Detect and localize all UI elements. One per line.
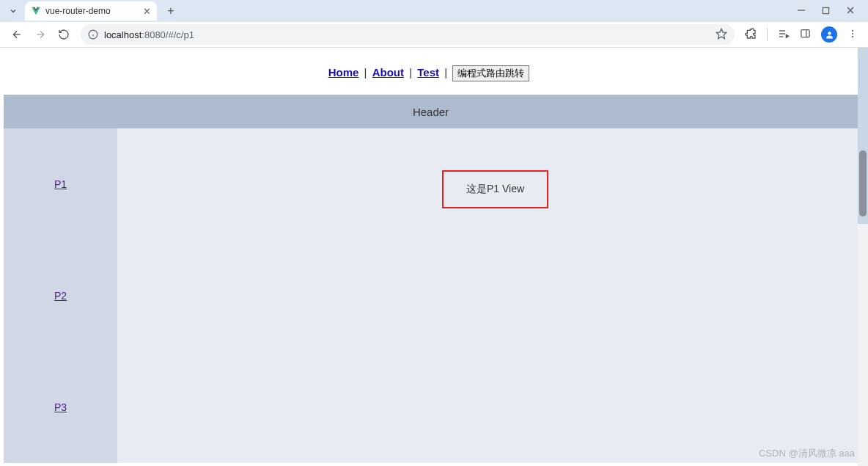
sidebar-item-p2: P2: [4, 240, 117, 352]
sidebar-link-p2[interactable]: P2: [54, 290, 67, 302]
media-control-button[interactable]: [778, 28, 790, 42]
reload-icon: [58, 29, 70, 40]
svg-marker-13: [786, 34, 788, 37]
scrollbar-thumb[interactable]: [859, 150, 867, 216]
app-header: Header: [4, 95, 858, 128]
page-viewport: Home | About | Test | 编程式路由跳转 Header P1 …: [0, 48, 868, 466]
programmatic-route-button[interactable]: 编程式路由跳转: [452, 65, 529, 81]
sidebar-item-p3: P3: [4, 352, 117, 463]
content-wrap: P1 P2 P3 这是P1 View: [4, 128, 858, 463]
address-bar[interactable]: localhost:8080/#/c/p1: [81, 24, 735, 45]
nav-about-link[interactable]: About: [372, 66, 404, 79]
extensions-button[interactable]: [745, 28, 757, 42]
side-panel-icon: [800, 28, 811, 39]
browser-tab[interactable]: vue-router-demo ✕: [25, 1, 157, 21]
minimize-button[interactable]: [797, 6, 806, 16]
nav-home-link[interactable]: Home: [328, 66, 359, 79]
svg-point-16: [828, 32, 831, 34]
maximize-icon: [822, 7, 830, 15]
maximize-button[interactable]: [822, 7, 830, 16]
bookmark-star-button[interactable]: [716, 28, 727, 42]
nav-row: Home | About | Test | 编程式路由跳转: [0, 48, 858, 95]
tab-title: vue-router-demo: [45, 6, 111, 16]
arrow-right-icon: [34, 29, 46, 40]
person-icon: [825, 30, 834, 40]
nav-separator: |: [441, 66, 450, 79]
minimize-icon: [797, 6, 806, 15]
tab-search-dropdown[interactable]: [6, 4, 21, 18]
url-text: localhost:8080/#/c/p1: [104, 29, 194, 40]
chevron-down-icon: [9, 7, 18, 15]
vertical-dots-icon: [847, 29, 858, 39]
main-view: 这是P1 View: [117, 128, 858, 463]
forward-button[interactable]: [29, 23, 51, 45]
back-button[interactable]: [6, 23, 28, 45]
header-title: Header: [413, 106, 449, 118]
svg-rect-1: [823, 7, 828, 13]
svg-rect-14: [801, 30, 809, 37]
reload-button[interactable]: [53, 23, 75, 45]
scrollbar-track[interactable]: [858, 48, 868, 466]
new-tab-button[interactable]: +: [161, 1, 180, 21]
close-window-button[interactable]: [846, 6, 855, 16]
side-panel-button[interactable]: [800, 28, 811, 41]
close-icon: [846, 6, 855, 15]
url-host: localhost: [104, 29, 141, 40]
sidebar-item-p1: P1: [4, 128, 117, 240]
sidebar-link-p3[interactable]: P3: [54, 401, 67, 413]
nav-separator: |: [361, 66, 369, 79]
nav-test-link[interactable]: Test: [417, 66, 439, 79]
puzzle-icon: [745, 28, 757, 40]
playlist-icon: [778, 28, 790, 40]
sidebar: P1 P2 P3: [4, 128, 117, 463]
close-tab-button[interactable]: ✕: [143, 6, 151, 17]
svg-point-17: [852, 29, 853, 31]
info-icon: [88, 29, 98, 40]
star-icon: [716, 28, 727, 40]
toolbar-separator: [767, 28, 768, 41]
browser-tab-strip: vue-router-demo ✕ +: [0, 0, 868, 22]
profile-button[interactable]: [821, 26, 837, 43]
browser-toolbar: localhost:8080/#/c/p1: [0, 22, 868, 48]
view-highlight-box: 这是P1 View: [442, 170, 548, 208]
url-path: :8080/#/c/p1: [141, 29, 194, 40]
nav-separator: |: [406, 66, 415, 79]
svg-point-19: [852, 36, 853, 37]
svg-point-18: [852, 32, 853, 34]
vue-favicon-icon: [31, 6, 41, 16]
menu-button[interactable]: [847, 29, 858, 41]
sidebar-link-p1[interactable]: P1: [54, 178, 67, 190]
svg-marker-9: [716, 29, 726, 38]
arrow-left-icon: [11, 29, 23, 40]
view-text: 这是P1 View: [466, 183, 524, 196]
